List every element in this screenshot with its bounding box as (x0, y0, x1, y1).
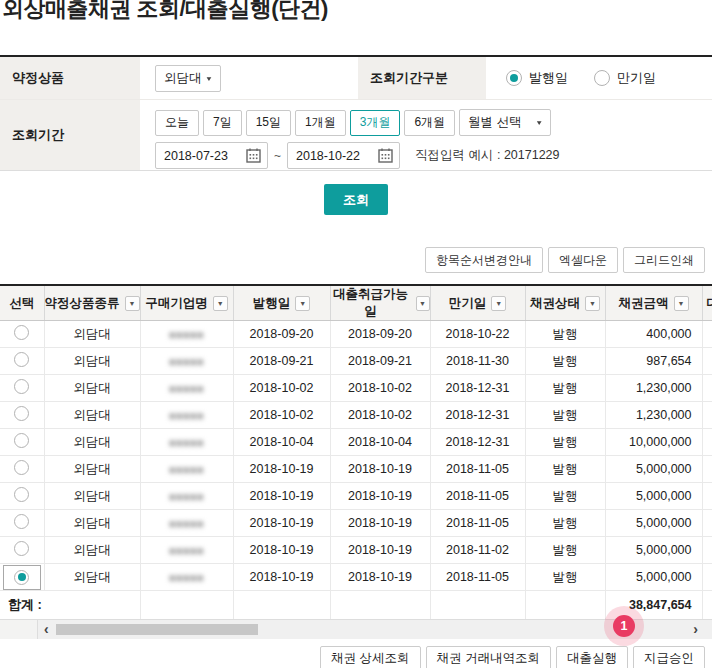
row-select-cell (0, 483, 44, 510)
period-type-issue-radio[interactable]: 발행일 (506, 69, 568, 87)
filter-icon[interactable]: ▼ (491, 296, 506, 311)
scroll-right-icon[interactable]: › (693, 620, 698, 639)
month-select[interactable]: 월별 선택 ▼ (459, 109, 551, 136)
radio-icon (594, 70, 610, 86)
row-select-radio[interactable] (14, 541, 29, 556)
filter-icon[interactable]: ▼ (213, 296, 228, 311)
range-7d-button[interactable]: 7일 (203, 110, 242, 136)
calendar-icon[interactable] (378, 148, 393, 163)
buyer-name-redacted: ■■■■■ (169, 491, 204, 502)
calendar-icon[interactable] (246, 148, 261, 163)
range-3m-button[interactable]: 3개월 (350, 110, 401, 136)
filter-icon[interactable]: ▼ (585, 296, 600, 311)
column-order-info-button[interactable]: 항목순서변경안내 (425, 247, 543, 273)
cell-issue-date: 2018-10-02 (233, 402, 330, 429)
cell-product: 외담대 (44, 375, 140, 402)
chevron-down-icon: ▼ (535, 119, 543, 126)
row-select-radio[interactable] (14, 325, 29, 340)
row-select-radio[interactable] (14, 433, 29, 448)
cell-clipped (702, 375, 712, 402)
row-select-radio[interactable] (14, 570, 29, 585)
period-label: 조회기간 (0, 100, 140, 170)
row-select-radio[interactable] (14, 406, 29, 421)
scroll-left-icon[interactable]: ‹ (44, 620, 49, 639)
cell-buyer: ■■■■■ (140, 375, 233, 402)
payment-approve-button[interactable]: 지급승인 (633, 646, 705, 668)
cell-issue-date: 2018-10-19 (233, 564, 330, 591)
table-row: 외담대 ■■■■■ 2018-10-02 2018-10-02 2018-12-… (0, 375, 712, 402)
row-select-radio[interactable] (14, 460, 29, 475)
filter-icon[interactable]: ▼ (674, 296, 689, 311)
cell-amount: 5,000,000 (605, 483, 702, 510)
date-from-input[interactable]: 2018-07-23 (155, 142, 268, 169)
range-today-button[interactable]: 오늘 (155, 110, 199, 136)
page: 외상매출채권 조회/대출실행(단건) 약정상품 외담대 ▼ 조회기간구분 발행일… (0, 0, 712, 668)
cell-issue-date: 2018-10-19 (233, 510, 330, 537)
cell-product: 외담대 (44, 429, 140, 456)
cell-buyer: ■■■■■ (140, 483, 233, 510)
total-row: 합계 : 38,847,654 (0, 591, 712, 619)
grid-print-button[interactable]: 그리드인쇄 (623, 247, 705, 273)
search-button[interactable]: 조회 (324, 184, 388, 215)
row-select-radio[interactable] (14, 487, 29, 502)
buyer-name-redacted: ■■■■■ (169, 383, 204, 394)
cell-loanable-date: 2018-10-19 (330, 456, 430, 483)
period-type-label: 조회기간구분 (358, 57, 486, 99)
bond-detail-button[interactable]: 채권 상세조회 (320, 646, 420, 668)
col-header-product: 약정상품종류▼ (44, 286, 140, 321)
filter-icon[interactable]: ▼ (416, 296, 430, 311)
cell-product: 외담대 (44, 483, 140, 510)
date-to-value: 2018-10-22 (296, 149, 360, 163)
cell-buyer: ■■■■■ (140, 537, 233, 564)
row-select-radio[interactable] (14, 514, 29, 529)
page-title: 외상매출채권 조회/대출실행(단건) (2, 0, 712, 24)
cell-status: 발행 (525, 321, 605, 348)
cell-clipped (702, 348, 712, 375)
table-row: 외담대 ■■■■■ 2018-10-02 2018-10-02 2018-12-… (0, 402, 712, 429)
loan-execute-button[interactable]: 대출실행 (556, 646, 628, 668)
excel-download-button[interactable]: 엑셀다운 (548, 247, 618, 273)
filter-icon[interactable]: ▼ (295, 296, 310, 311)
cell-product: 외담대 (44, 456, 140, 483)
cell-maturity-date: 2018-11-05 (430, 483, 525, 510)
col-header-amount: 채권금액▼ (605, 286, 702, 321)
cell-clipped (702, 402, 712, 429)
cell-buyer: ■■■■■ (140, 402, 233, 429)
row-select-radio[interactable] (14, 352, 29, 367)
row-select-cell (0, 510, 44, 537)
cell-loanable-date: 2018-10-04 (330, 429, 430, 456)
table-row: 외담대 ■■■■■ 2018-10-19 2018-10-19 2018-11-… (0, 510, 712, 537)
cell-issue-date: 2018-10-04 (233, 429, 330, 456)
col-header-loanable-date: 대출취급가능일▼ (330, 286, 430, 321)
col-header-buyer: 구매기업명▼ (140, 286, 233, 321)
cell-loanable-date: 2018-10-19 (330, 537, 430, 564)
range-15d-button[interactable]: 15일 (246, 110, 291, 136)
grid-toolbar: 항목순서변경안내 엑셀다운 그리드인쇄 (0, 247, 705, 273)
row-select-cell (0, 564, 44, 591)
row-select-radio[interactable] (14, 379, 29, 394)
results-grid: 선택 약정상품종류▼ 구매기업명▼ 발행일▼ 대출취급가능일▼ 만기일▼ 채권상… (0, 284, 712, 619)
horizontal-scrollbar[interactable]: ‹ › (0, 619, 712, 639)
scrollbar-corner (0, 620, 38, 639)
table-row: 외담대 ■■■■■ 2018-10-19 2018-10-19 2018-11-… (0, 483, 712, 510)
cell-amount: 5,000,000 (605, 456, 702, 483)
cell-amount: 5,000,000 (605, 537, 702, 564)
date-input-hint: 직접입력 예시 : 20171229 (415, 147, 560, 164)
cell-status: 발행 (525, 537, 605, 564)
period-type-maturity-radio[interactable]: 만기일 (594, 69, 656, 87)
cell-product: 외담대 (44, 402, 140, 429)
cell-product: 외담대 (44, 564, 140, 591)
row-select-cell (0, 321, 44, 348)
cell-issue-date: 2018-09-21 (233, 348, 330, 375)
cell-maturity-date: 2018-11-05 (430, 456, 525, 483)
bond-history-button[interactable]: 채권 거래내역조회 (426, 646, 551, 668)
product-label: 약정상품 (0, 57, 140, 99)
range-6m-button[interactable]: 6개월 (404, 110, 455, 136)
product-select[interactable]: 외담대 ▼ (155, 65, 221, 92)
cell-status: 발행 (525, 510, 605, 537)
scrollbar-thumb[interactable] (56, 624, 258, 635)
filter-icon[interactable]: ▼ (125, 296, 140, 311)
range-1m-button[interactable]: 1개월 (295, 110, 346, 136)
period-type-issue-label: 발행일 (529, 69, 568, 87)
date-to-input[interactable]: 2018-10-22 (287, 142, 400, 169)
